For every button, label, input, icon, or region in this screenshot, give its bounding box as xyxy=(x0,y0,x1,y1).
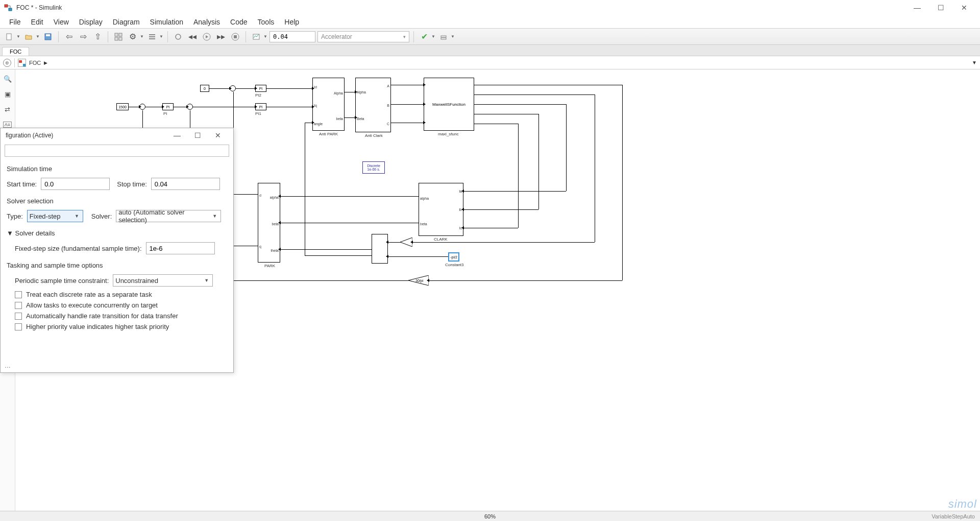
checkbox-rate-transition[interactable] xyxy=(15,313,22,320)
menu-file[interactable]: File xyxy=(4,18,26,26)
label-anti-clark: Anti Clark xyxy=(365,133,383,138)
check-button[interactable]: ✔ xyxy=(418,31,430,43)
svg-rect-4 xyxy=(46,34,50,36)
input-start-time[interactable] xyxy=(41,178,110,190)
maximize-button[interactable]: ☐ xyxy=(929,0,952,15)
input-stop-time[interactable] xyxy=(151,178,220,190)
menu-analysis[interactable]: Analysis xyxy=(188,18,225,26)
dialog-close-button[interactable]: ✕ xyxy=(208,128,228,143)
select-solver-type[interactable]: Fixed-step▼ xyxy=(27,210,83,222)
menu-tools[interactable]: Tools xyxy=(253,18,280,26)
watermark: simol xyxy=(948,498,977,511)
explorer-bar: ⊛ FOC ▶ ▼ xyxy=(0,56,980,69)
menu-code[interactable]: Code xyxy=(225,18,252,26)
input-fixed-step[interactable] xyxy=(146,242,215,254)
close-button[interactable]: ✕ xyxy=(952,0,976,15)
label-chk4: Higher priority value indicates higher t… xyxy=(26,323,169,330)
step-back-button[interactable]: ◂◂ xyxy=(186,31,199,43)
block-constant-pi2[interactable]: -pi/2 xyxy=(448,252,459,262)
minimize-button[interactable]: — xyxy=(905,0,929,15)
tab-foc[interactable]: FOC xyxy=(2,47,29,56)
block-subsystem[interactable] xyxy=(372,234,388,264)
block-constant-0[interactable]: 0 xyxy=(200,85,209,92)
label-park: PARK xyxy=(264,264,275,268)
open-button[interactable] xyxy=(22,31,35,43)
stop-time-input[interactable] xyxy=(270,31,315,42)
section-tasking: Tasking and sample time options xyxy=(7,262,227,269)
label-anti-park: Anti PARK xyxy=(319,132,338,136)
block-powergui[interactable]: Discrete 1e-06 s. xyxy=(362,161,385,174)
svg-rect-7 xyxy=(115,37,118,40)
section-sim-time: Simulation time xyxy=(7,165,227,173)
view-dropdown[interactable]: ▼ xyxy=(972,60,977,65)
back-button[interactable]: ⇦ xyxy=(63,31,75,43)
scope-button[interactable] xyxy=(250,31,262,43)
block-anti-clark[interactable]: Alpha Beta A B C xyxy=(355,78,391,132)
svg-rect-10 xyxy=(149,36,155,37)
label-constant-pi2: Constant3 xyxy=(445,263,463,267)
label-type: Type: xyxy=(7,212,23,220)
title-bar: FOC * - Simulink — ☐ ✕ xyxy=(0,0,980,15)
dialog-titlebar[interactable]: figuration (Active) — ☐ ✕ xyxy=(1,128,233,143)
menu-diagram[interactable]: Diagram xyxy=(108,18,145,26)
update-diagram-button[interactable] xyxy=(172,31,184,43)
collapse-solver-details[interactable]: ▼ Solver details xyxy=(7,229,227,237)
label-solver: Solver: xyxy=(91,212,112,220)
svg-rect-11 xyxy=(149,38,155,39)
svg-text:30/pi: 30/pi xyxy=(415,279,424,283)
new-button[interactable] xyxy=(3,31,15,43)
select-solver[interactable]: auto (Automatic solver selection)▼ xyxy=(116,210,221,222)
breadcrumb-model[interactable]: FOC xyxy=(29,60,41,66)
tab-bar: FOC xyxy=(0,45,980,56)
zoom-level[interactable]: 60% xyxy=(484,513,496,519)
hide-browser-button[interactable]: ⊛ xyxy=(3,59,11,67)
block-gain-30pi[interactable]: 30/pi xyxy=(408,275,429,286)
checkbox-priority[interactable] xyxy=(15,323,22,330)
library-browser-button[interactable] xyxy=(112,31,125,43)
label-fixed-step: Fixed-step size (fundamental sample time… xyxy=(15,245,142,252)
menu-edit[interactable]: Edit xyxy=(26,18,48,26)
block-park[interactable]: d q alpha beta theta xyxy=(258,183,280,263)
menu-view[interactable]: View xyxy=(48,18,74,26)
dialog-maximize-button[interactable]: ☐ xyxy=(187,128,208,143)
checkbox-separate-task[interactable] xyxy=(15,291,22,298)
block-maxwell-sfunction[interactable]: MaxwellSFunction xyxy=(424,78,474,131)
label-periodic: Periodic sample time constraint: xyxy=(15,277,109,285)
checkbox-concurrent[interactable] xyxy=(15,302,22,309)
model-explorer-button[interactable] xyxy=(146,31,158,43)
zoom-in-icon[interactable]: 🔍 xyxy=(3,74,13,84)
menu-display[interactable]: Display xyxy=(74,18,108,26)
label-pi2: PI2 xyxy=(255,93,261,98)
forward-button[interactable]: ⇨ xyxy=(77,31,89,43)
block-constant-1500[interactable]: 1500 xyxy=(116,103,129,110)
build-button[interactable] xyxy=(437,31,450,43)
dialog-title: figuration (Active) xyxy=(6,132,53,139)
signal-icon[interactable]: ⇄ xyxy=(3,104,13,114)
svg-rect-2 xyxy=(7,34,11,40)
svg-rect-19 xyxy=(23,64,26,66)
block-clark[interactable]: Ia Ib Ic alpha beta xyxy=(419,183,463,236)
step-forward-button[interactable]: ▸▸ xyxy=(215,31,227,43)
fit-view-icon[interactable]: ▣ xyxy=(3,89,13,99)
select-periodic[interactable]: Unconstrained▼ xyxy=(113,274,213,287)
stop-button[interactable] xyxy=(229,31,241,43)
simulation-mode-select[interactable]: Accelerator▾ xyxy=(317,31,409,42)
save-button[interactable] xyxy=(42,31,54,43)
menu-bar: File Edit View Display Diagram Simulatio… xyxy=(0,15,980,29)
window-title: FOC * - Simulink xyxy=(16,4,905,11)
svg-rect-16 xyxy=(441,36,446,37)
dialog-more[interactable]: ... xyxy=(5,361,11,369)
block-anti-park[interactable]: Id Iq angle Alpha beta xyxy=(312,78,345,131)
up-button[interactable]: ⇧ xyxy=(91,31,104,43)
label-start-time: Start time: xyxy=(7,180,37,188)
play-button[interactable] xyxy=(201,31,213,43)
label-pi1: PI1 xyxy=(255,111,261,116)
svg-rect-5 xyxy=(115,33,118,36)
dialog-minimize-button[interactable]: — xyxy=(167,128,187,143)
menu-help[interactable]: Help xyxy=(279,18,304,26)
svg-rect-18 xyxy=(19,60,22,63)
model-config-button[interactable]: ⚙ xyxy=(127,31,139,43)
label-chk2: Allow tasks to execute concurrently on t… xyxy=(26,301,158,309)
menu-simulation[interactable]: Simulation xyxy=(145,18,188,26)
dialog-search-input[interactable] xyxy=(5,145,229,157)
